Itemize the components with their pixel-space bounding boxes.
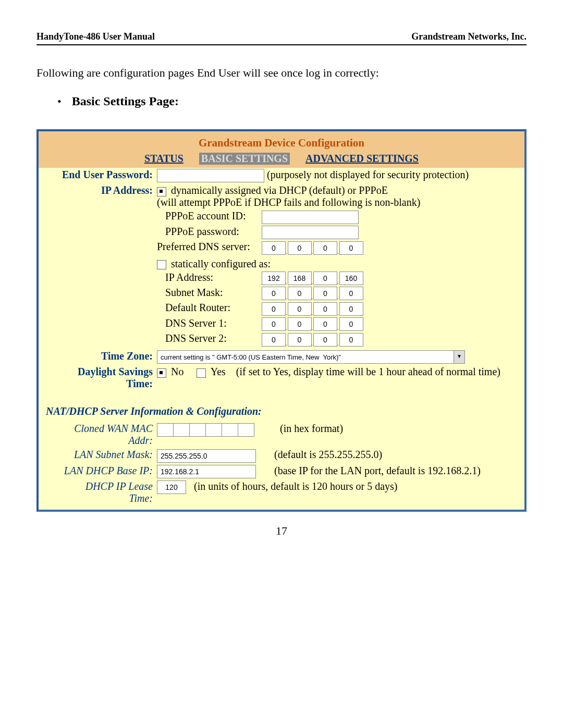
static-text: statically configured as: — [171, 258, 271, 269]
end-user-password-note: (purposely not displayed for security pr… — [267, 169, 469, 180]
preferred-dns-2[interactable] — [288, 241, 312, 255]
lan-subnet-input[interactable] — [157, 449, 256, 463]
lan-base-note: (base IP for the LAN port, default is 19… — [274, 465, 481, 476]
nat-section-header: NAT/DHCP Server Information & Configurat… — [41, 399, 522, 421]
router-2[interactable] — [288, 302, 312, 316]
dst-no-text: No — [171, 366, 183, 377]
config-panel: Grandstream Device Configuration STATUS … — [36, 129, 527, 512]
mac-6[interactable] — [238, 423, 254, 437]
dns2-3[interactable] — [313, 333, 337, 347]
dhcp-text2: (will attempt PPPoE if DHCP fails and fo… — [157, 196, 420, 208]
subnet-2[interactable] — [288, 287, 312, 300]
cloned-mac-note: (in hex format) — [280, 423, 343, 434]
lan-base-label: LAN DHCP Base IP: — [39, 464, 155, 479]
mac-1[interactable] — [157, 423, 174, 437]
preferred-dns-label: Preferred DNS server: — [157, 241, 259, 253]
dns2-2[interactable] — [288, 333, 312, 347]
intro-text: Following are configuration pages End Us… — [36, 66, 527, 80]
static-ip-label: IP Address: — [165, 272, 259, 283]
tab-basic-settings[interactable]: BASIC SETTINGS — [199, 153, 290, 165]
preferred-dns-octets: ... — [262, 241, 363, 254]
mac-2[interactable] — [173, 423, 190, 437]
preferred-dns-3[interactable] — [313, 241, 337, 255]
cloned-mac-label: Cloned WAN MAC Addr: — [39, 422, 155, 448]
router-3[interactable] — [313, 302, 337, 316]
lan-base-input[interactable] — [157, 465, 256, 478]
lan-subnet-label: LAN Subnet Mask: — [39, 448, 155, 463]
chevron-down-icon[interactable]: ▼ — [454, 350, 465, 364]
lan-subnet-note: (default is 255.255.255.0) — [274, 449, 382, 460]
radio-dst-yes[interactable] — [197, 368, 206, 378]
lease-input[interactable] — [157, 480, 186, 494]
panel-title: Grandstream Device Configuration — [39, 131, 524, 153]
page-number: 17 — [36, 524, 527, 538]
router-4[interactable] — [339, 302, 363, 316]
mac-4[interactable] — [205, 423, 222, 437]
timezone-select[interactable] — [157, 350, 454, 364]
static-ip-3[interactable] — [313, 272, 337, 285]
pppoe-account-label: PPPoE account ID: — [165, 210, 259, 222]
router-1[interactable] — [262, 302, 286, 316]
pppoe-password-label: PPPoE password: — [165, 226, 259, 238]
mac-5[interactable] — [222, 423, 238, 437]
ip-address-label: IP Address: — [39, 183, 155, 349]
pppoe-account-input[interactable] — [262, 211, 359, 224]
subnet-3[interactable] — [313, 287, 337, 300]
tab-advanced-settings[interactable]: ADVANCED SETTINGS — [305, 153, 419, 165]
radio-dst-no[interactable] — [157, 368, 166, 378]
preferred-dns-4[interactable] — [339, 241, 363, 255]
router-label: Default Router: — [165, 302, 259, 314]
dns1-2[interactable] — [288, 317, 312, 331]
mac-3[interactable] — [189, 423, 206, 437]
subnet-1[interactable] — [262, 287, 286, 300]
pppoe-password-input[interactable] — [262, 226, 359, 239]
preferred-dns-1[interactable] — [262, 241, 286, 255]
end-user-password-label: End User Password: — [39, 168, 155, 183]
static-ip-1[interactable] — [262, 272, 286, 285]
radio-static[interactable] — [157, 260, 166, 269]
header-left: HandyTone-486 User Manual — [36, 31, 155, 42]
tab-bar: STATUS BASIC SETTINGS ADVANCED SETTINGS — [39, 153, 524, 168]
dns1-4[interactable] — [339, 317, 363, 331]
radio-dhcp[interactable] — [157, 187, 166, 196]
dns1-label: DNS Server 1: — [165, 317, 259, 329]
header-right: Grandstream Networks, Inc. — [411, 31, 527, 42]
dst-yes-text: Yes — [211, 366, 226, 377]
bullet-icon: • — [57, 95, 62, 108]
tab-status[interactable]: STATUS — [144, 153, 183, 165]
dst-label: Daylight Savings Time: — [39, 365, 155, 391]
bullet-heading: Basic Settings Page: — [72, 94, 179, 108]
dns2-4[interactable] — [339, 333, 363, 347]
lease-note: (in units of hours, default is 120 hours… — [194, 480, 398, 492]
dns1-1[interactable] — [262, 317, 286, 331]
dhcp-text: dynamically assigned via DHCP (default) … — [171, 184, 388, 196]
static-ip-2[interactable] — [288, 272, 312, 285]
subnet-4[interactable] — [339, 287, 363, 300]
lease-label: DHCP IP Lease Time: — [39, 479, 155, 505]
static-ip-4[interactable] — [339, 272, 363, 285]
dns2-1[interactable] — [262, 333, 286, 347]
timezone-label: Time Zone: — [39, 349, 155, 365]
end-user-password-input[interactable] — [157, 169, 264, 182]
cloned-mac-inputs — [157, 423, 256, 434]
subnet-label: Subnet Mask: — [165, 287, 259, 299]
dns1-3[interactable] — [313, 317, 337, 331]
dns2-label: DNS Server 2: — [165, 332, 259, 344]
dst-note: (if set to Yes, display time will be 1 h… — [236, 366, 500, 377]
